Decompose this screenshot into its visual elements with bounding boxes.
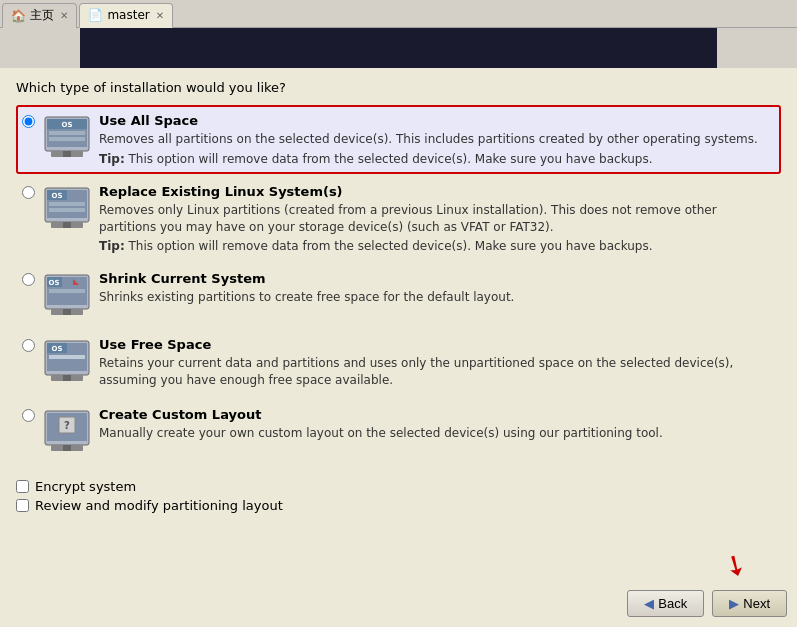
use-all-space-text: Use All Space Removes all partitions on …	[99, 113, 775, 166]
svg-text:OS: OS	[52, 192, 63, 200]
checkboxes-section: Encrypt system Review and modify partiti…	[16, 479, 781, 513]
replace-linux-icon: OS	[43, 184, 91, 232]
free-space-title: Use Free Space	[99, 337, 775, 352]
use-all-space-tip: Tip: This option will remove data from t…	[99, 152, 775, 166]
option-shrink[interactable]: OS Shrink Current System Shrinks existin…	[16, 263, 781, 327]
review-partitioning-checkbox[interactable]: Review and modify partitioning layout	[16, 498, 781, 513]
review-partitioning-label: Review and modify partitioning layout	[35, 498, 283, 513]
svg-rect-30	[63, 375, 71, 381]
next-button[interactable]: ▶ Next	[712, 590, 787, 617]
shrink-text: Shrink Current System Shrinks existing p…	[99, 271, 775, 306]
back-label: Back	[658, 596, 687, 611]
svg-rect-12	[49, 202, 85, 206]
use-all-space-desc: Removes all partitions on the selected d…	[99, 131, 775, 148]
replace-linux-desc: Removes only Linux partitions (created f…	[99, 202, 775, 236]
custom-layout-text: Create Custom Layout Manually create you…	[99, 407, 775, 442]
main-content: Which type of installation would you lik…	[0, 68, 797, 627]
replace-linux-title: Replace Existing Linux System(s)	[99, 184, 775, 199]
use-all-space-title: Use All Space	[99, 113, 775, 128]
custom-layout-icon: ?	[43, 407, 91, 455]
file-icon: 📄	[88, 8, 103, 22]
shrink-desc: Shrinks existing partitions to create fr…	[99, 289, 775, 306]
bottom-bar: ◀ Back ▶ Next	[627, 590, 787, 617]
svg-text:?: ?	[64, 420, 70, 431]
tab-home-label: 主页	[30, 7, 54, 24]
svg-rect-5	[49, 137, 85, 141]
option-use-all-space[interactable]: OS Use All Space Removes all partitions …	[16, 105, 781, 174]
review-partitioning-input[interactable]	[16, 499, 29, 512]
arrow-indicator: ➘	[717, 545, 754, 585]
free-space-desc: Retains your current data and partitions…	[99, 355, 775, 389]
radio-custom-layout[interactable]	[22, 409, 35, 422]
tip-label2: Tip:	[99, 239, 125, 253]
svg-text:OS: OS	[49, 279, 60, 287]
svg-rect-20	[49, 289, 85, 293]
svg-rect-7	[63, 151, 71, 157]
svg-rect-23	[63, 309, 71, 315]
replace-linux-text: Replace Existing Linux System(s) Removes…	[99, 184, 775, 254]
shrink-icon: OS	[43, 271, 91, 319]
tab-home-close[interactable]: ✕	[60, 10, 68, 21]
free-space-icon: OS	[43, 337, 91, 385]
next-icon: ▶	[729, 596, 739, 611]
radio-shrink[interactable]	[22, 273, 35, 286]
tab-master-label: master	[107, 8, 149, 22]
next-label: Next	[743, 596, 770, 611]
custom-layout-title: Create Custom Layout	[99, 407, 775, 422]
tab-master[interactable]: 📄 master ✕	[79, 3, 173, 28]
back-icon: ◀	[644, 596, 654, 611]
encrypt-system-checkbox[interactable]: Encrypt system	[16, 479, 781, 494]
header-banner	[80, 28, 717, 68]
svg-text:OS: OS	[62, 121, 73, 129]
option-free-space[interactable]: OS Use Free Space Retains your current d…	[16, 329, 781, 397]
tab-master-close[interactable]: ✕	[156, 10, 164, 21]
use-all-space-tip-text: This option will remove data from the se…	[129, 152, 653, 166]
encrypt-system-label: Encrypt system	[35, 479, 136, 494]
svg-rect-15	[63, 222, 71, 228]
radio-use-all-space[interactable]	[22, 115, 35, 128]
encrypt-system-input[interactable]	[16, 480, 29, 493]
svg-rect-36	[63, 445, 71, 451]
svg-rect-13	[49, 208, 85, 212]
replace-linux-tip-text: This option will remove data from the se…	[129, 239, 653, 253]
installation-question: Which type of installation would you lik…	[16, 80, 781, 95]
home-icon: 🏠	[11, 9, 26, 23]
tab-bar: 🏠 主页 ✕ 📄 master ✕	[0, 0, 797, 28]
option-custom-layout[interactable]: ? Create Custom Layout Manually create y…	[16, 399, 781, 463]
replace-linux-tip: Tip: This option will remove data from t…	[99, 239, 775, 253]
back-button[interactable]: ◀ Back	[627, 590, 704, 617]
radio-replace-linux[interactable]	[22, 186, 35, 199]
svg-rect-4	[49, 131, 85, 135]
tip-label: Tip:	[99, 152, 125, 166]
tab-home[interactable]: 🏠 主页 ✕	[2, 3, 77, 28]
option-replace-linux[interactable]: OS Replace Existing Linux System(s) Remo…	[16, 176, 781, 262]
free-space-text: Use Free Space Retains your current data…	[99, 337, 775, 389]
svg-rect-28	[49, 355, 85, 359]
shrink-title: Shrink Current System	[99, 271, 775, 286]
option-list: OS Use All Space Removes all partitions …	[16, 105, 781, 463]
svg-text:OS: OS	[52, 345, 63, 353]
custom-layout-desc: Manually create your own custom layout o…	[99, 425, 775, 442]
use-all-space-icon: OS	[43, 113, 91, 161]
radio-free-space[interactable]	[22, 339, 35, 352]
